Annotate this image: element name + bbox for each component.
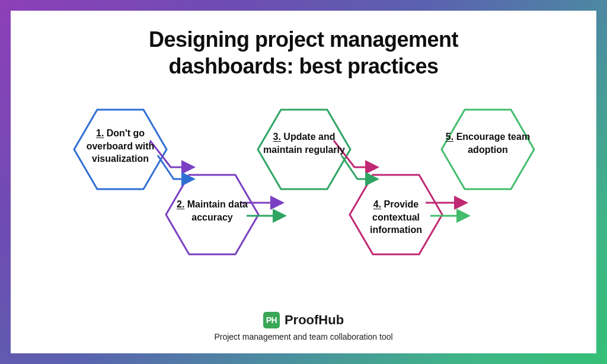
brand-name: ProofHub [285,312,344,328]
footer: PH ProofHub Project management and team … [11,312,596,353]
brand-badge-icon: PH [263,312,280,328]
hex-2-label: 2. Maintain data accuracy [168,198,257,223]
hex-3-label: 3. Update and maintain regularly [260,130,349,156]
title-line-1: Designing project management [149,27,458,52]
gradient-frame: Designing project management dashboards:… [0,0,607,364]
hex-4-label: 4. Provide contextual information [352,198,440,237]
brand-logo: PH ProofHub [263,312,344,328]
brand-tagline: Project management and team collaboratio… [11,332,596,341]
diagram-svg [11,84,596,286]
title-line-2: dashboards: best practices [168,54,438,78]
hex-1-label: 1. Don't go overboard with visualization [76,127,165,165]
hex-5-label: 5. Encourage team adoption [443,130,532,156]
hex-flow-diagram: 1. Don't go overboard with visualization… [11,84,596,312]
page-title: Designing project management dashboards:… [11,26,596,79]
content-card: Designing project management dashboards:… [11,11,596,353]
